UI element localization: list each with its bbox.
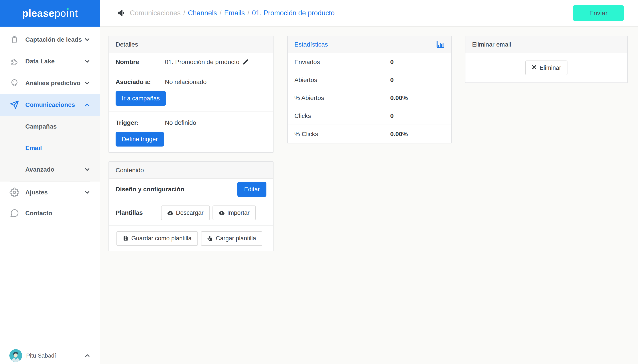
chevron-up-icon [84, 102, 91, 108]
chevron-down-icon [84, 166, 91, 173]
submenu-item-campanas[interactable]: Campañas [0, 116, 100, 137]
eliminar-card-body: Eliminar [465, 53, 627, 82]
card-title: Contenido [116, 167, 144, 174]
logo-i-dot [67, 8, 69, 10]
stat-value: 0 [390, 58, 445, 66]
asociado-label: Asociado a: [116, 78, 165, 86]
plantilla-actions-row: Guardar como plantilla Cargar plantilla [109, 226, 273, 251]
stat-value: 0.00% [390, 130, 445, 138]
diseno-label: Diseño y configuración [116, 186, 184, 193]
cloud-download-icon [167, 210, 173, 216]
eliminar-email-card: Eliminar email Eliminar [465, 36, 628, 83]
nombre-value: 01. Promoción de producto [165, 58, 239, 66]
nombre-row: Nombre 01. Promoción de producto [109, 53, 273, 71]
edit-pencil-icon[interactable] [242, 59, 249, 66]
bar-chart-icon[interactable] [436, 40, 445, 49]
sidebar-item-data-lake[interactable]: Data Lake [0, 50, 100, 72]
sidebar-item-captacion-de-leads[interactable]: Captación de leads [0, 29, 100, 50]
sidebar-bottom-group: Ajustes Contacto [0, 182, 100, 224]
stat-label: Enviados [294, 58, 390, 66]
submenu-item-label: Campañas [25, 123, 57, 130]
stat-label: Abiertos [294, 76, 390, 84]
sidebar-item-contacto[interactable]: Contacto [0, 203, 100, 224]
descargar-button-label: Descargar [176, 210, 204, 216]
x-icon [531, 64, 537, 72]
sidebar-item-label: Data Lake [25, 58, 84, 65]
chevron-down-icon [84, 80, 91, 86]
ir-a-campanas-button[interactable]: Ir a campañas [116, 91, 166, 106]
sidebar-nav: Captación de leads Data Lake [0, 29, 100, 224]
logo-text-light: po [55, 7, 66, 19]
chevron-down-icon [84, 36, 91, 43]
breadcrumb-separator: / [247, 9, 249, 17]
submenu-item-avanzado[interactable]: Avanzado [0, 159, 100, 180]
importar-button[interactable]: Importar [213, 206, 256, 220]
chevron-down-icon [84, 189, 91, 196]
breadcrumb-separator: / [220, 9, 222, 17]
sidebar-item-label: Ajustes [25, 189, 84, 196]
user-menu[interactable]: Pitu Sabadí [0, 347, 100, 364]
submenu-item-label: Email [25, 144, 42, 152]
chat-bubble-icon [9, 208, 20, 218]
stat-value: 0.00% [390, 94, 445, 102]
sidebar-item-label: Comunicaciones [25, 101, 84, 108]
sidebar-item-ajustes[interactable]: Ajustes [0, 182, 100, 203]
stat-label: % Abiertos [294, 94, 390, 102]
crystal-ball-icon [9, 78, 20, 88]
stat-row: % Abiertos 0.00% [288, 89, 451, 107]
sidebar-item-analisis-predictivo[interactable]: Análisis predictivo [0, 72, 100, 94]
sidebar-item-comunicaciones[interactable]: Comunicaciones [0, 94, 100, 116]
eliminar-card-header: Eliminar email [465, 36, 627, 53]
importar-button-label: Importar [227, 210, 250, 216]
chevron-down-icon [84, 58, 91, 65]
stat-row: % Clicks 0.00% [288, 125, 451, 143]
plantillas-row: Plantillas Descargar [109, 200, 273, 226]
trigger-row: Trigger: No definido Define trigger [109, 112, 273, 152]
breadcrumb-current[interactable]: 01. Promoción de producto [252, 9, 335, 17]
stat-value: 0 [390, 76, 445, 84]
top-header: Comunicaciones / Channels / Emails / 01.… [100, 0, 638, 26]
editar-button[interactable]: Editar [237, 182, 266, 197]
page: pleasepoınt Captación de leads [0, 0, 638, 364]
cargar-plantilla-button[interactable]: Cargar plantilla [201, 231, 262, 246]
stat-row: Enviados 0 [288, 53, 451, 71]
sidebar: pleasepoınt Captación de leads [0, 0, 100, 364]
eliminar-button[interactable]: Eliminar [525, 60, 567, 75]
contenido-card: Contenido Diseño y configuración Editar … [109, 162, 274, 252]
cloud-upload-icon [219, 210, 225, 216]
estadisticas-card-header: Estadísticas [288, 36, 451, 53]
guardar-button-label: Guardar como plantilla [131, 235, 192, 242]
estadisticas-card: Estadísticas Enviados 0 [287, 36, 452, 144]
trigger-label: Trigger: [116, 119, 165, 126]
breadcrumb-separator: / [183, 9, 185, 17]
puzzle-icon [9, 56, 20, 66]
detalles-card: Detalles Nombre 01. Promoción de product… [109, 36, 274, 153]
paper-plane-icon [9, 100, 20, 110]
contenido-card-header: Contenido [109, 162, 273, 179]
stat-row: Abiertos 0 [288, 71, 451, 89]
breadcrumb-channels[interactable]: Channels [188, 9, 217, 17]
card-title: Eliminar email [472, 41, 511, 48]
sidebar-item-label: Análisis predictivo [25, 80, 84, 87]
chevron-up-icon [84, 352, 91, 359]
brand-logo[interactable]: pleasepoınt [0, 0, 100, 26]
enviar-button[interactable]: Enviar [573, 5, 624, 21]
logo-text-bold: please [22, 7, 54, 19]
breadcrumb-emails[interactable]: Emails [224, 9, 245, 17]
breadcrumb-root: Comunicaciones [130, 9, 181, 17]
descargar-button[interactable]: Descargar [161, 206, 210, 220]
card-title: Detalles [116, 41, 138, 48]
sidebar-item-label: Contacto [25, 210, 91, 217]
magic-hat-icon [9, 34, 20, 45]
avatar [9, 349, 22, 362]
logo-letter-i: ı [66, 7, 69, 19]
plantillas-label: Plantillas [116, 209, 161, 216]
megaphone-icon [117, 8, 126, 18]
gear-icon [9, 187, 20, 198]
logo-text-light-2: nt [69, 7, 78, 19]
submenu-item-email[interactable]: Email [0, 137, 100, 159]
guardar-como-plantilla-button[interactable]: Guardar como plantilla [117, 231, 198, 246]
define-trigger-button[interactable]: Define trigger [116, 132, 164, 146]
stat-label: % Clicks [294, 130, 390, 138]
breadcrumb: Comunicaciones / Channels / Emails / 01.… [117, 8, 335, 18]
